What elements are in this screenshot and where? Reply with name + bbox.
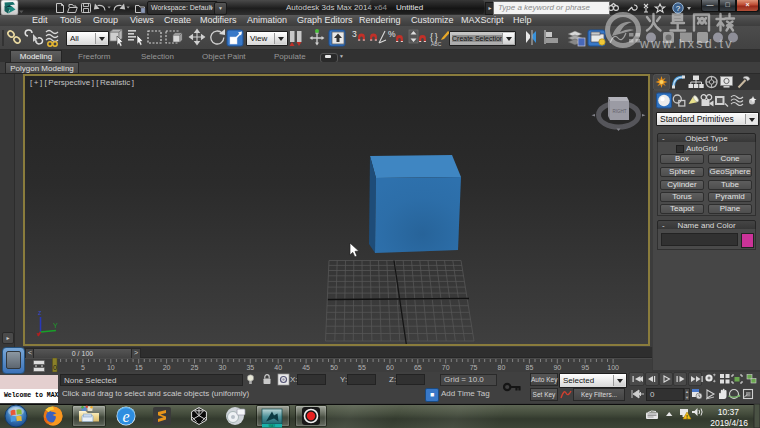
svg-text:25: 25 xyxy=(191,364,199,371)
svg-text:50: 50 xyxy=(330,364,338,371)
svg-text:5: 5 xyxy=(81,364,85,371)
svg-text:100: 100 xyxy=(607,364,619,371)
svg-text:75: 75 xyxy=(470,364,478,371)
svg-text:65: 65 xyxy=(414,364,422,371)
svg-text:2019/4/16: 2019/4/16 xyxy=(710,418,748,428)
svg-text:20: 20 xyxy=(163,364,171,371)
svg-text:RIGHT: RIGHT xyxy=(613,109,627,114)
svg-text:Y: Y xyxy=(53,322,58,329)
svg-text:ABC: ABC xyxy=(431,41,442,47)
svg-text:60: 60 xyxy=(386,364,394,371)
svg-text:80: 80 xyxy=(498,364,506,371)
svg-text:e: e xyxy=(122,408,129,425)
svg-text:85: 85 xyxy=(526,364,534,371)
svg-text:z: z xyxy=(38,309,42,316)
svg-text:MAX: MAX xyxy=(269,424,276,428)
svg-text:35: 35 xyxy=(246,364,254,371)
svg-text:0: 0 xyxy=(53,364,57,371)
svg-text:!: ! xyxy=(686,414,688,420)
svg-text:90: 90 xyxy=(553,364,561,371)
svg-text:10: 10 xyxy=(107,364,115,371)
svg-text:30: 30 xyxy=(219,364,227,371)
svg-text:45: 45 xyxy=(302,364,310,371)
svg-text:10:37: 10:37 xyxy=(718,407,740,417)
svg-text:3: 3 xyxy=(352,29,357,39)
svg-text:www.hxsd.tv: www.hxsd.tv xyxy=(639,37,734,51)
svg-text:40: 40 xyxy=(274,364,282,371)
svg-text:15: 15 xyxy=(135,364,143,371)
svg-text:95: 95 xyxy=(581,364,589,371)
svg-text:%: % xyxy=(388,29,396,39)
svg-text:70: 70 xyxy=(442,364,450,371)
svg-text:55: 55 xyxy=(358,364,366,371)
